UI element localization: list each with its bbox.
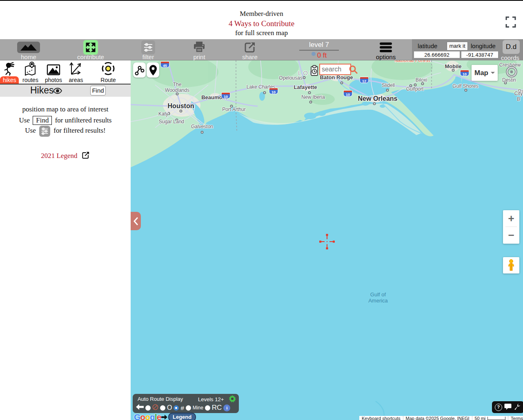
route-levels-label: Levels 12+ [198, 396, 224, 402]
print-button[interactable]: print [177, 39, 222, 56]
filter-label: filter [126, 53, 171, 60]
print-label: print [177, 53, 222, 60]
tab-photos[interactable]: photos [42, 61, 65, 84]
map-type-button[interactable]: Map [472, 65, 498, 81]
help-icon[interactable]: ? [495, 404, 502, 411]
coords-format-button[interactable]: D.d [503, 40, 520, 54]
options-label: options [363, 53, 408, 60]
route-editor-target-icon [91, 61, 126, 76]
zoom-out-button[interactable]: − [503, 227, 519, 243]
tab-routes[interactable]: routes [20, 61, 41, 84]
options-button[interactable]: options [363, 39, 408, 55]
elevation-display: 0 ft [299, 51, 339, 60]
header-line-1: Member-driven [0, 10, 523, 18]
photo-icon [42, 61, 65, 76]
hiker-icon [0, 61, 19, 76]
find-button[interactable]: Find [90, 86, 106, 96]
chevron-left-icon [133, 217, 139, 226]
scale-bar [487, 417, 505, 420]
tab-areas[interactable]: areas [65, 61, 87, 84]
arrow-right-icon [161, 414, 167, 420]
auto-route-display-panel: Auto Route Display Levels 12+ [133, 394, 239, 413]
search-history-icon[interactable] [309, 64, 319, 77]
map-type-label: Map [474, 69, 488, 77]
search-input[interactable] [319, 64, 351, 75]
app-root: Member-driven 4 Ways to Contribute for f… [0, 0, 523, 420]
contribute-link[interactable]: 4 Ways to Contribute [0, 19, 523, 28]
external-link-icon [81, 151, 90, 160]
gear-icon[interactable] [229, 395, 236, 404]
radio-mine-label: Mine [193, 405, 203, 411]
tab-routes-label: routes [20, 76, 41, 84]
my-location-icon[interactable] [505, 65, 518, 80]
contribute-button[interactable]: contribute [68, 39, 113, 56]
chevron-down-icon [491, 72, 495, 74]
elevation-value: 0 ft [317, 51, 327, 59]
radio-route-rc[interactable] [205, 405, 210, 411]
help3-pre: Use [25, 127, 36, 134]
find-inline-box: Find [33, 116, 52, 125]
sidebar-collapse-handle[interactable] [131, 212, 141, 230]
main-toolbar: home contribute filter [0, 39, 523, 60]
feedback-icon[interactable] [504, 403, 512, 411]
drop-marker-button[interactable] [147, 62, 159, 78]
expand-icon [83, 40, 98, 55]
hikes-title: Hikes [30, 85, 54, 96]
longitude-input[interactable] [461, 51, 498, 58]
tab-hikes[interactable]: hikes [0, 61, 19, 84]
filter-button[interactable]: filter [126, 39, 171, 56]
help-cluster: ? [492, 401, 523, 413]
sidebar-help-line-3: Use for filtered results! [0, 126, 131, 137]
legend-2021-label: 2021 Legend [41, 152, 77, 160]
help3-post: for filtered results! [53, 127, 105, 134]
keyboard-shortcuts-link[interactable]: Keyboard shortcuts [362, 416, 401, 420]
map-pin-icon [149, 64, 158, 76]
fullscreen-icon[interactable] [505, 16, 516, 28]
home-button[interactable]: home [6, 39, 51, 55]
map-crosshair [319, 233, 335, 251]
scale-label: 50 mi [474, 416, 485, 420]
share-button[interactable]: share [227, 39, 272, 56]
radio-route-mine[interactable] [186, 405, 191, 411]
route-tool-button[interactable] [133, 62, 146, 78]
areas-arrows-icon [65, 61, 87, 76]
route-map-icon [20, 61, 41, 76]
zoom-control: + − [503, 210, 519, 244]
sidebar-help-line-1: position map to area of interest [0, 105, 131, 113]
help2-post: for unfiltered results [55, 116, 112, 124]
wrench-icon[interactable] [514, 403, 521, 411]
radio-rc-label: RC [212, 404, 222, 412]
radio-route-none[interactable] [145, 405, 151, 411]
search-icon[interactable] [349, 65, 358, 76]
pegman-button[interactable] [503, 257, 519, 273]
map-attribution-bar: Keyboard shortcuts Map data ©2025 Google… [359, 416, 523, 420]
legend-2021-link[interactable]: 2021 Legend [0, 151, 131, 160]
latitude-input[interactable] [414, 51, 460, 58]
terms-link[interactable]: Terms [511, 416, 523, 420]
home-label: home [6, 53, 51, 60]
auto-route-title: Auto Route Display [138, 396, 183, 402]
route-nodes-icon [135, 65, 145, 76]
sidebar: hikes routes pho [0, 60, 131, 420]
map-canvas[interactable]: The WoodlandsHoustonKatySugar LandGalves… [131, 60, 523, 420]
elevation-dot-icon [312, 52, 316, 56]
radio-outline-label: O [167, 404, 172, 411]
info-icon[interactable]: i [223, 404, 230, 411]
previous-arrow-icon[interactable] [136, 404, 144, 411]
tab-hikes-label: hikes [0, 76, 19, 84]
pegman-icon [507, 259, 515, 271]
radio-route-outline[interactable] [160, 405, 165, 411]
visibility-eye-icon[interactable] [53, 88, 62, 96]
radio-route-number[interactable] [174, 405, 179, 411]
google-logo[interactable]: Google [134, 412, 161, 420]
longitude-label: longitude [471, 42, 496, 49]
sidebar-help-line-2: Use Find for unfiltered results [0, 116, 131, 125]
coordinates-panel: latitude mark it longitude D.d coords [412, 39, 523, 60]
zoom-in-button[interactable]: + [503, 210, 519, 227]
legend-button[interactable]: Legend [168, 413, 196, 420]
mark-it-button[interactable]: mark it [447, 42, 468, 51]
level-label: level 7 [299, 41, 339, 51]
tab-photos-label: photos [42, 76, 65, 84]
contribute-label: contribute [68, 53, 113, 60]
hamburger-icon [380, 41, 392, 53]
